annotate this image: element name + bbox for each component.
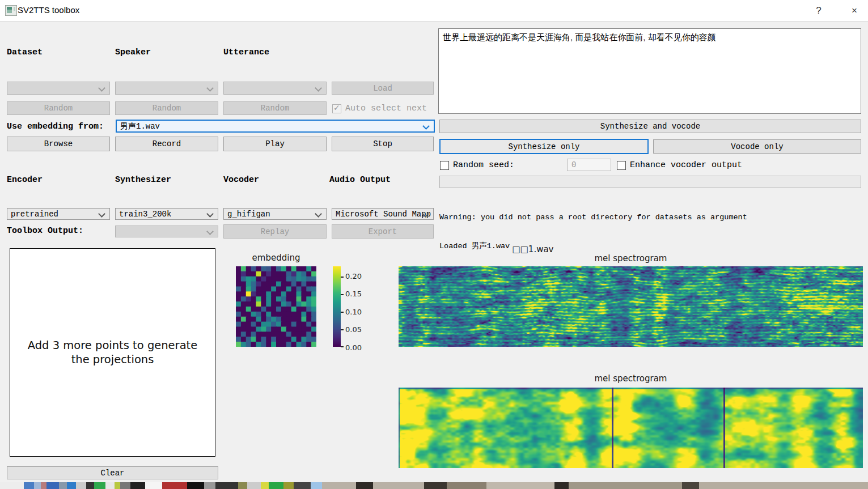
log-line: Warning: you did not pass a root directo… (439, 212, 865, 222)
encoder-value: pretrained (11, 210, 58, 219)
stop-button[interactable]: Stop (332, 137, 434, 151)
vocoder-label: Vocoder (223, 175, 259, 185)
colorbar-tick (341, 329, 344, 330)
record-button[interactable]: Record (115, 137, 218, 151)
chevron-down-icon (206, 210, 214, 218)
colorbar-tick-label: 0.05 (345, 325, 362, 334)
load-button[interactable]: Load (332, 82, 434, 95)
checkbox-icon (617, 161, 626, 170)
vocoder-value: g_hifigan (227, 210, 270, 219)
dataset-select[interactable] (7, 82, 110, 95)
synthesize-and-vocode-button[interactable]: Synthesize and vocode (439, 120, 861, 133)
speaker-select[interactable] (115, 82, 218, 95)
vocoder-select[interactable]: g_hifigan (223, 208, 327, 220)
synthesized-mel-spectrogram (399, 388, 863, 468)
checkbox-icon (440, 161, 449, 170)
auto-select-next-label: Auto select next (345, 104, 427, 113)
random-speaker-button[interactable]: Random (115, 101, 218, 115)
chevron-down-icon (315, 84, 322, 92)
title-bar[interactable]: SV2TTS toolbox ? × (0, 0, 868, 22)
synthesizer-select[interactable]: train3_200k (115, 208, 218, 220)
embedding-source-value: 男声1.wav (120, 121, 160, 131)
target-mel-spectrogram (399, 266, 863, 347)
chevron-down-icon (315, 210, 322, 218)
random-utterance-button[interactable]: Random (223, 101, 327, 115)
chevron-down-icon (422, 122, 430, 130)
target-mel-title: mel spectrogram (591, 253, 671, 263)
close-button[interactable]: × (841, 0, 867, 21)
embedding-heatmap (236, 266, 316, 347)
chevron-down-icon (206, 228, 214, 235)
embedding-source-select[interactable]: 男声1.wav (116, 120, 435, 133)
utterance-select[interactable] (223, 82, 327, 95)
checkbox-icon: ✓ (332, 104, 341, 113)
encoder-select[interactable]: pretrained (7, 208, 110, 220)
clear-button[interactable]: Clear (7, 466, 218, 479)
colorbar-tick-label: 0.10 (345, 308, 362, 316)
chevron-down-icon (98, 84, 105, 92)
toolbox-output-label: Toolbox Output: (7, 226, 83, 236)
colorbar-tick (341, 294, 344, 295)
random-dataset-button[interactable]: Random (7, 101, 110, 115)
checkmark-icon: ✓ (333, 103, 340, 112)
audio-output-value: Microsoft Sound Mapp (336, 210, 431, 219)
colorbar-tick (341, 346, 344, 347)
embedding-colorbar (333, 266, 341, 347)
colorbar-tick-label: 0.00 (345, 343, 362, 352)
colorbar-tick (341, 277, 344, 278)
use-embedding-from-label: Use embedding from: (7, 122, 104, 131)
chevron-down-icon (206, 84, 214, 92)
help-button[interactable]: ? (806, 0, 832, 21)
random-seed-checkbox[interactable]: Random seed: (440, 160, 514, 170)
embedding-plot-title: embedding (236, 253, 316, 263)
progress-bar (439, 176, 861, 188)
replay-button[interactable]: Replay (223, 224, 327, 239)
synth-mel-title: mel spectrogram (591, 373, 671, 384)
enhance-vocoder-checkbox[interactable]: Enhance vocoder output (617, 160, 742, 170)
app-icon (5, 5, 17, 16)
synthesizer-value: train3_200k (119, 210, 171, 219)
umap-projections-panel: Add 3 more points to generate the projec… (10, 248, 215, 457)
enhance-vocoder-label: Enhance vocoder output (630, 160, 742, 170)
utterance-label: Utterance (223, 48, 269, 57)
play-button[interactable]: Play (223, 137, 327, 151)
dataset-label: Dataset (7, 48, 43, 57)
vocode-only-button[interactable]: Vocode only (653, 139, 861, 154)
chevron-down-icon (98, 210, 105, 218)
wav-title: □□1.wav (493, 244, 573, 254)
synthesizer-label: Synthesizer (115, 175, 171, 185)
seed-spinbox[interactable]: 0 (567, 159, 611, 171)
colorbar-tick-label: 0.20 (345, 272, 362, 280)
window-title: SV2TTS toolbox (18, 5, 79, 15)
projections-placeholder-text: Add 3 more points to generate the projec… (28, 338, 198, 367)
audio-output-label: Audio Output (329, 175, 391, 185)
browse-button[interactable]: Browse (7, 137, 110, 151)
colorbar-tick (341, 312, 344, 313)
text-prompt-input[interactable]: 世界上最遥远的距离不是天涯海角, 而是我站在你面前, 却看不见你的容颜 (438, 28, 861, 114)
encoder-label: Encoder (7, 175, 43, 185)
colorbar-tick-label: 0.15 (345, 290, 362, 298)
background-taskbar-strip (0, 482, 868, 489)
audio-output-select[interactable]: Microsoft Sound Mapp (332, 208, 434, 220)
export-button[interactable]: Export (332, 224, 434, 239)
random-seed-label: Random seed: (453, 160, 514, 170)
toolbox-output-select[interactable] (115, 226, 218, 237)
auto-select-next-checkbox[interactable]: ✓ Auto select next (332, 104, 427, 113)
synthesize-only-button[interactable]: Synthesize only (439, 139, 649, 154)
speaker-label: Speaker (115, 48, 151, 57)
